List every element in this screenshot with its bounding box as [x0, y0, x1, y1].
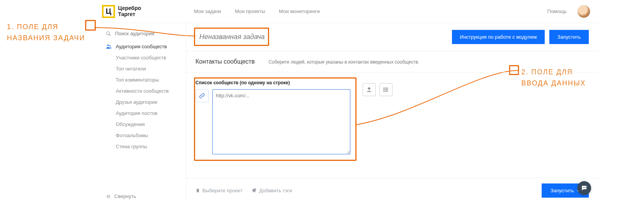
community-list-wrap: Список сообществ (по одному на строке): [196, 80, 360, 154]
search-icon: [106, 31, 111, 36]
content-desc: Соберите людей, которые указаны в контак…: [268, 59, 419, 65]
list-button[interactable]: [380, 83, 393, 96]
sidebar-group-title[interactable]: Аудитория сообществ: [106, 43, 181, 49]
chat-fab[interactable]: [577, 181, 591, 195]
sidebar-item-7[interactable]: Фотоальбомы: [116, 133, 181, 138]
list-side-buttons: [363, 83, 393, 96]
nav-monitorings[interactable]: Мои мониторинги: [279, 8, 320, 14]
sidebar-item-3[interactable]: Активности сообществ: [116, 88, 181, 94]
upload-button[interactable]: [363, 83, 376, 96]
svg-point-9: [384, 91, 384, 91]
sidebar-item-1[interactable]: Топ читатели: [116, 66, 181, 72]
top-nav: Мои задачи Мои проекты Мои мониторинги: [194, 8, 320, 14]
svg-point-13: [585, 187, 586, 188]
upload-icon: [366, 87, 372, 93]
app-root: Ц Церебро Таргет Мои задачи Мои проекты …: [100, 0, 598, 203]
body: Аудитория сообществ Участники сообществ …: [100, 23, 598, 203]
run-button-top[interactable]: Запустить: [549, 30, 589, 44]
group-icon: [106, 43, 112, 49]
main: Инструкция по работе с модулем Запустить…: [186, 23, 598, 203]
logo-text: Церебро Таргет: [118, 5, 141, 17]
logo[interactable]: Ц Церебро Таргет: [102, 5, 186, 18]
run-button-bottom-label: Запустить: [550, 188, 574, 193]
sidebar-item-2[interactable]: Топ комментаторы: [116, 77, 181, 83]
add-tags-label: Добавить тэги: [259, 188, 292, 193]
svg-point-3: [109, 45, 110, 46]
annotation-1: 1. Поле для названия задачи: [7, 21, 85, 44]
sidebar-item-4[interactable]: Друзья аудитории: [116, 99, 181, 105]
list-icon: [383, 87, 389, 93]
bookmark-icon: [196, 188, 200, 193]
svg-line-1: [109, 34, 111, 36]
svg-point-7: [384, 88, 384, 88]
select-project-label: Выберите проект: [202, 188, 242, 193]
svg-point-10: [255, 189, 256, 190]
content-title: Контакты сообществ: [196, 58, 255, 65]
annotation-1-line2: названия задачи: [7, 33, 85, 44]
logo-line1: Церебро: [118, 5, 141, 11]
select-project[interactable]: Выберите проект: [196, 188, 242, 193]
topbar-right: Помощь: [547, 5, 590, 18]
nav-help[interactable]: Помощь: [547, 8, 567, 14]
footer: Выберите проект Добавить тэги Запустить: [186, 178, 598, 203]
sidebar-item-5[interactable]: Аудитория постов: [116, 110, 181, 116]
sidebar-group-label: Аудитория сообществ: [116, 44, 167, 49]
header-buttons: Инструкция по работе с модулем Запустить: [452, 30, 589, 44]
nav-projects[interactable]: Мои проекты: [235, 8, 265, 14]
community-list-row: [196, 89, 360, 154]
community-list-textarea[interactable]: [212, 89, 350, 154]
topbar: Ц Церебро Таргет Мои задачи Мои проекты …: [100, 0, 598, 23]
sidebar-collapse[interactable]: Свернуть: [106, 186, 181, 199]
content-body: Список сообществ (по одному на строке): [186, 72, 598, 162]
chat-icon: [581, 185, 588, 192]
collapse-icon: [106, 194, 111, 199]
callout-square-1: [85, 20, 96, 31]
task-name-input[interactable]: [196, 30, 280, 44]
content-header: Контакты сообществ Соберите людей, котор…: [186, 51, 598, 72]
link-mode-badge[interactable]: [196, 89, 209, 102]
svg-point-11: [583, 187, 584, 188]
nav-tasks[interactable]: Мои задачи: [194, 8, 221, 14]
logo-line2: Таргет: [118, 11, 141, 17]
tag-icon: [251, 188, 257, 193]
instruction-button[interactable]: Инструкция по работе с модулем: [452, 30, 545, 44]
sidebar-search[interactable]: [106, 31, 181, 36]
svg-point-0: [107, 31, 110, 34]
sidebar-items: Участники сообществ Топ читатели Топ ком…: [106, 55, 181, 149]
avatar[interactable]: [577, 5, 590, 18]
sidebar: Аудитория сообществ Участники сообществ …: [100, 23, 186, 203]
svg-point-8: [384, 89, 384, 90]
task-name-wrap: [196, 30, 280, 44]
svg-point-2: [107, 44, 109, 46]
logo-mark: Ц: [102, 5, 115, 18]
sidebar-item-0[interactable]: Участники сообществ: [116, 55, 181, 61]
search-input[interactable]: [115, 31, 181, 36]
add-tags[interactable]: Добавить тэги: [251, 188, 292, 193]
footer-right: Запустить: [542, 183, 589, 198]
collapse-label: Свернуть: [114, 193, 136, 199]
svg-point-12: [584, 187, 585, 188]
sidebar-item-6[interactable]: Обсуждения: [116, 121, 181, 127]
annotation-1-line1: 1. Поле для: [7, 21, 85, 33]
task-header: Инструкция по работе с модулем Запустить: [186, 23, 598, 51]
community-list-label: Список сообществ (по одному на строке): [196, 80, 360, 85]
sidebar-item-8[interactable]: Стена группы: [116, 144, 181, 149]
